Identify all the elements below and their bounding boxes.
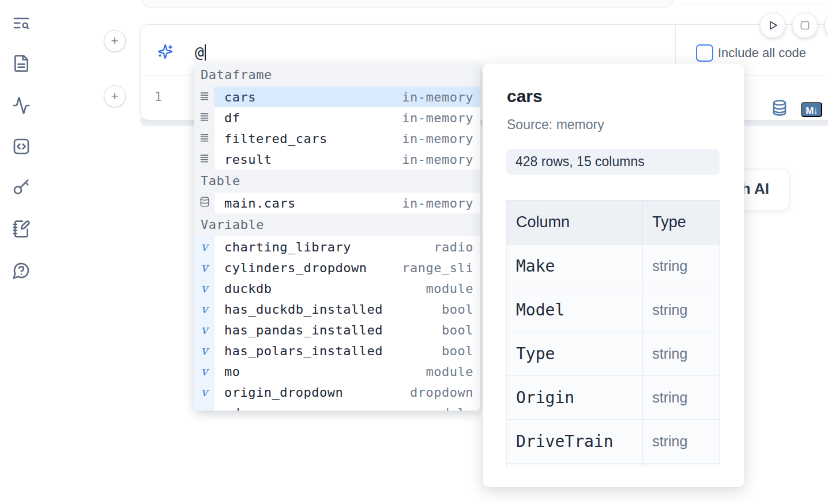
database-output-icon[interactable] [771,99,788,116]
section-header-variable: Variable [194,213,480,236]
variable-icon: v [201,241,208,253]
schema-table: Column Type Make string Model string Typ… [506,200,720,467]
table-row: Origin string [507,376,720,420]
help-chat-icon [12,273,31,281]
line-number: 1 [155,90,162,104]
autocomplete-item-pd-clipped[interactable]: v pdmodule [194,403,480,411]
autocomplete-item-origin-dropdown[interactable]: v origin_dropdowndropdown [194,382,480,403]
autocomplete-item-filtered-cars[interactable]: filtered_carsin-memory [194,128,480,149]
autocomplete-item-has-pandas-installed[interactable]: v has_pandas_installedbool [194,319,480,340]
add-cell-button-top[interactable]: + [104,30,126,52]
autocomplete-item-result[interactable]: resultin-memory [194,149,480,170]
previous-cell-fragment [141,0,673,8]
include-all-code-label: Include all code [718,46,806,61]
variable-icon: v [201,407,208,411]
table-row: Make string [507,245,720,288]
table-row-clipped [507,464,720,468]
notebook-canvas: + + @ Include all code 1 M↓ h AI Datafra… [0,0,828,504]
sidebar-item-search[interactable] [12,14,31,33]
preview-title: cars [507,86,543,106]
autocomplete-item-df[interactable]: dfin-memory [194,107,480,128]
file-text-icon [12,66,31,74]
markdown-output-icon[interactable]: M↓ [801,102,822,117]
autocomplete-item-charting-library[interactable]: v charting_libraryradio [194,236,480,257]
section-header-table: Table [194,170,480,193]
sparkles-ai-icon [157,44,173,59]
sidebar-item-secrets[interactable] [12,178,31,198]
variable-icon: v [201,303,208,315]
table-row: Model string [507,288,720,332]
table-row: Type string [507,332,720,376]
code-square-icon [12,149,31,157]
dataframe-preview-panel: cars Source: memory 428 rows, 15 columns… [483,63,744,487]
table-row: DriveTrain string [507,420,720,464]
variable-icon: v [201,283,208,295]
variable-icon: v [201,262,208,274]
variable-icon: v [201,324,208,336]
preview-source: Source: memory [507,117,604,133]
variable-icon: v [201,366,208,378]
sidebar-item-scratchpad[interactable] [12,220,31,239]
dataframe-rows-icon [199,111,210,125]
database-icon [199,196,210,210]
sidebar-item-files[interactable] [12,54,31,74]
schema-col-header: Column [507,201,643,245]
run-cell-button[interactable] [760,13,785,38]
list-search-icon [12,25,31,34]
notebook-pen-icon [12,231,31,240]
variable-icon: v [201,386,208,398]
add-cell-button-bottom[interactable]: + [104,85,126,107]
activity-icon [12,108,31,116]
autocomplete-dropdown: Dataframe carsin-memory dfin-memory filt… [194,63,480,411]
text-cursor [205,44,206,61]
autocomplete-item-duckdb[interactable]: v duckdbmodule [194,278,480,299]
ai-button-label: h AI [742,180,769,198]
dataframe-rows-icon [199,132,210,145]
dataframe-rows-icon [199,91,210,104]
autocomplete-item-mo[interactable]: v momodule [194,361,480,382]
autocomplete-item-cars[interactable]: carsin-memory [194,86,480,107]
sidebar-item-snippets[interactable] [12,137,31,157]
preview-shape-badge: 428 rows, 15 columns [506,149,720,175]
play-icon [766,21,780,29]
sidebar-item-tracing[interactable] [12,96,31,116]
include-all-code-checkbox[interactable] [696,44,713,62]
sidebar-item-help[interactable] [12,261,31,281]
schema-header-row: Column Type [507,201,720,245]
autocomplete-item-has-duckdb-installed[interactable]: v has_duckdb_installedbool [194,299,480,319]
key-icon [12,190,31,198]
autocomplete-item-has-polars-installed[interactable]: v has_polars_installedbool [194,340,480,361]
variable-icon: v [201,345,208,357]
schema-type-header: Type [643,201,720,245]
stop-icon [798,21,812,29]
dataframe-rows-icon [199,153,210,166]
schema-table-wrapper: Column Type Make string Model string Typ… [506,200,721,467]
section-header-dataframe: Dataframe [194,63,480,86]
ai-prompt-input[interactable]: @ [195,43,206,62]
stop-cell-button[interactable] [792,13,818,38]
autocomplete-item-cylinders-dropdown[interactable]: v cylinders_dropdownrange_sli [194,257,480,278]
autocomplete-item-main-cars[interactable]: main.carsin-memory [194,193,480,213]
